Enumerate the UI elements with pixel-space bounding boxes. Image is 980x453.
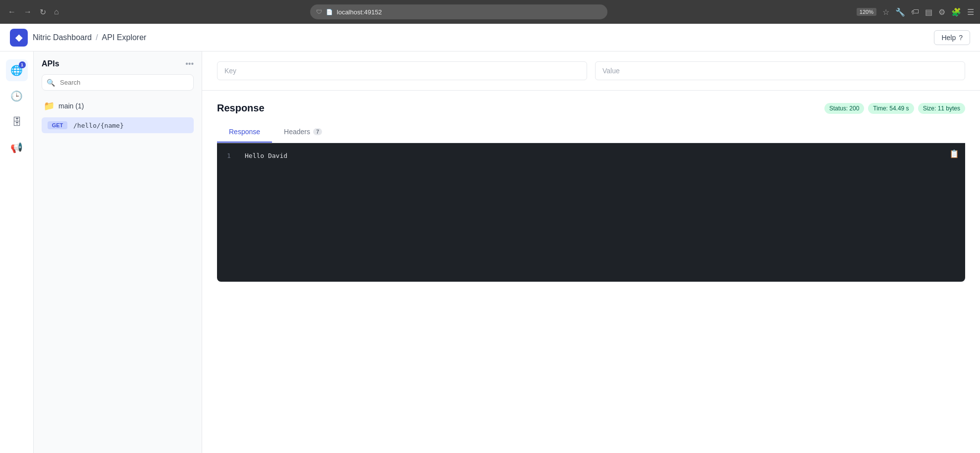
code-content: Hello David xyxy=(245,151,287,274)
key-input[interactable] xyxy=(217,61,587,80)
app-header: ◆ Nitric Dashboard / API Explorer Help ? xyxy=(0,24,980,51)
api-sidebar: APIs ••• 🔍 📁 main (1) GET /hello/{name} xyxy=(34,51,202,453)
browser-chrome: ← → ↻ ⌂ 🛡 📄 localhost:49152 120% ☆ 🔧 🏷 ▤… xyxy=(0,0,980,24)
api-group: 📁 main (1) GET /hello/{name} xyxy=(42,97,194,133)
line-numbers: 1 xyxy=(227,151,237,274)
devtools-icon[interactable]: ⚙ xyxy=(938,7,945,17)
line-number-1: 1 xyxy=(227,151,237,161)
tab-headers-label: Headers xyxy=(284,128,310,136)
tab-headers[interactable]: Headers 7 xyxy=(272,122,334,143)
search-icon: 🔍 xyxy=(47,79,55,87)
value-input[interactable] xyxy=(595,61,965,80)
back-button[interactable]: ← xyxy=(6,5,18,18)
sidebar-item-notifications[interactable]: 📢 xyxy=(6,137,28,158)
reload-button[interactable]: ↻ xyxy=(38,5,48,19)
response-header: Response Status: 200 Time: 54.49 s Size:… xyxy=(217,102,965,114)
home-button[interactable]: ⌂ xyxy=(52,5,61,18)
method-badge: GET xyxy=(48,121,67,129)
copy-button[interactable]: 📋 xyxy=(949,149,959,158)
sidebar-search: 🔍 xyxy=(42,74,194,91)
page-icon: 📄 xyxy=(326,9,333,15)
sidebar-menu-button[interactable]: ••• xyxy=(185,59,194,68)
pocket-icon[interactable]: 🏷 xyxy=(911,7,919,16)
status-badge: Status: 200 xyxy=(824,103,865,114)
security-icon: 🛡 xyxy=(316,8,322,15)
key-value-row xyxy=(217,61,965,80)
key-value-section xyxy=(202,51,980,91)
search-input[interactable] xyxy=(42,74,194,91)
sidebar-item-storage[interactable]: 🗄 xyxy=(6,111,28,133)
sidebar-item-apis[interactable]: 🌐 1 xyxy=(6,59,28,81)
tab-response-label: Response xyxy=(229,128,260,136)
address-bar[interactable]: 🛡 📄 localhost:49152 xyxy=(310,4,607,19)
forward-button[interactable]: → xyxy=(22,5,34,18)
response-badges: Status: 200 Time: 54.49 s Size: 11 bytes xyxy=(824,103,965,114)
browser-actions: 120% ☆ 🔧 🏷 ▤ ⚙ 🧩 ☰ xyxy=(857,7,974,17)
app-name: Nitric Dashboard xyxy=(33,33,92,42)
size-badge: Size: 11 bytes xyxy=(918,103,965,114)
history-icon: 🕒 xyxy=(10,90,23,102)
response-title: Response xyxy=(217,102,265,114)
time-badge: Time: 54.49 s xyxy=(868,103,914,114)
sidebar-header: APIs ••• xyxy=(42,59,194,68)
tab-response[interactable]: Response xyxy=(217,122,272,143)
page-name: API Explorer xyxy=(102,33,147,42)
storage-icon: 🗄 xyxy=(12,116,22,128)
menu-icon[interactable]: ☰ xyxy=(967,7,974,17)
help-label: Help xyxy=(941,34,956,42)
headers-count: 7 xyxy=(313,128,322,135)
header-left: ◆ Nitric Dashboard / API Explorer xyxy=(10,29,146,47)
api-group-name: main (1) xyxy=(58,102,84,110)
response-tabs: Response Headers 7 xyxy=(217,122,965,143)
main-layout: 🌐 1 🕒 🗄 📢 APIs ••• 🔍 xyxy=(0,51,980,453)
url-display: localhost:49152 xyxy=(337,8,382,16)
extensions-icon[interactable]: 🧩 xyxy=(951,7,961,17)
tools-icon[interactable]: 🔧 xyxy=(895,7,905,17)
api-group-header[interactable]: 📁 main (1) xyxy=(42,97,194,115)
response-section: Response Status: 200 Time: 54.49 s Size:… xyxy=(202,91,980,294)
help-button[interactable]: Help ? xyxy=(934,30,970,45)
main-content: Response Status: 200 Time: 54.49 s Size:… xyxy=(202,51,980,453)
sidebar-title: APIs xyxy=(42,59,59,68)
api-endpoint[interactable]: GET /hello/{name} xyxy=(42,117,194,133)
reader-icon[interactable]: ▤ xyxy=(925,7,932,17)
zoom-level: 120% xyxy=(857,8,876,16)
notifications-icon: 📢 xyxy=(10,142,23,153)
breadcrumb-separator: / xyxy=(96,33,98,42)
apis-badge: 1 xyxy=(19,61,26,68)
folder-icon: 📁 xyxy=(44,101,54,111)
code-line-1: Hello David xyxy=(245,151,287,161)
sidebar-item-history[interactable]: 🕒 xyxy=(6,85,28,107)
endpoint-path: /hello/{name} xyxy=(73,122,124,129)
code-area: 1 Hello David 📋 xyxy=(217,143,965,282)
icon-sidebar: 🌐 1 🕒 🗄 📢 xyxy=(0,51,34,453)
app-container: ◆ Nitric Dashboard / API Explorer Help ?… xyxy=(0,24,980,453)
logo-icon: ◆ xyxy=(10,29,28,47)
bookmark-icon[interactable]: ☆ xyxy=(882,7,889,17)
help-icon: ? xyxy=(959,34,963,42)
breadcrumb: Nitric Dashboard / API Explorer xyxy=(33,33,146,42)
